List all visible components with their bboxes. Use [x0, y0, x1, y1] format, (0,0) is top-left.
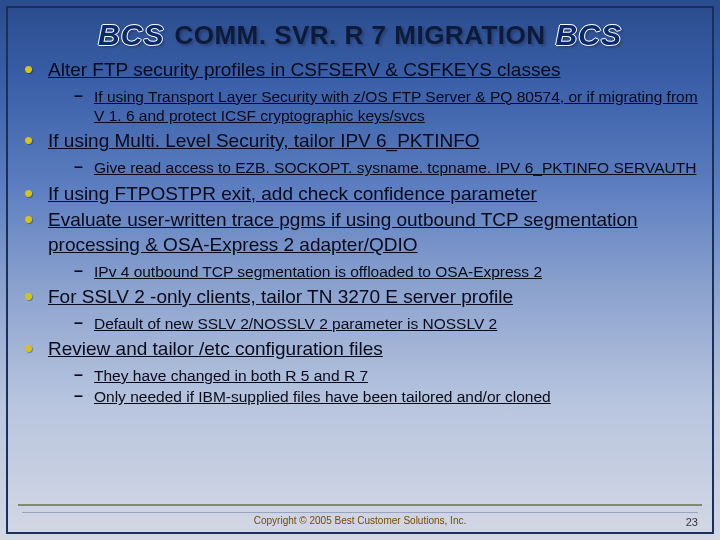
divider — [18, 504, 702, 506]
bullet-text: Evaluate user-written trace pgms if usin… — [48, 209, 638, 255]
sub-bullet-text: If using Transport Layer Security with z… — [94, 88, 698, 124]
list-item: Evaluate user-written trace pgms if usin… — [22, 208, 698, 281]
slide-content: Alter FTP security profiles in CSFSERV &… — [22, 58, 698, 512]
list-item: Give read access to EZB. SOCKOPT. sysnam… — [74, 158, 698, 177]
bullet-text: Alter FTP security profiles in CSFSERV &… — [48, 59, 560, 80]
bullet-text: For SSLV 2 -only clients, tailor TN 3270… — [48, 286, 513, 307]
list-item: Only needed if IBM-supplied files have b… — [74, 387, 698, 406]
sub-bullet-text: Give read access to EZB. SOCKOPT. sysnam… — [94, 159, 696, 176]
copyright-footer: Copyright © 2005 Best Customer Solutions… — [22, 512, 698, 528]
logo-left: BCS — [98, 18, 164, 52]
bullet-text: If using FTPOSTPR exit, add check confid… — [48, 183, 537, 204]
list-item: If using Multi. Level Security, tailor I… — [22, 129, 698, 177]
list-item: IPv 4 outbound TCP segmentation is offlo… — [74, 262, 698, 281]
page-number: 23 — [686, 516, 698, 528]
list-item: Review and tailor /etc configuration fil… — [22, 337, 698, 406]
sub-bullet-text: Default of new SSLV 2/NOSSLV 2 parameter… — [94, 315, 497, 332]
logo-right: BCS — [556, 18, 622, 52]
bullet-list: Alter FTP security profiles in CSFSERV &… — [22, 58, 698, 406]
bullet-text: Review and tailor /etc configuration fil… — [48, 338, 383, 359]
list-item: For SSLV 2 -only clients, tailor TN 3270… — [22, 285, 698, 333]
slide-header: BCS COMM. SVR. R 7 MIGRATION BCS — [22, 18, 698, 52]
list-item: If using FTPOSTPR exit, add check confid… — [22, 182, 698, 207]
sub-bullet-text: IPv 4 outbound TCP segmentation is offlo… — [94, 263, 542, 280]
list-item: They have changed in both R 5 and R 7 — [74, 366, 698, 385]
sub-bullet-text: Only needed if IBM-supplied files have b… — [94, 388, 551, 405]
list-item: Alter FTP security profiles in CSFSERV &… — [22, 58, 698, 125]
slide-title: COMM. SVR. R 7 MIGRATION — [174, 20, 545, 51]
sub-bullet-text: They have changed in both R 5 and R 7 — [94, 367, 368, 384]
slide-frame: BCS COMM. SVR. R 7 MIGRATION BCS Alter F… — [6, 6, 714, 534]
list-item: If using Transport Layer Security with z… — [74, 87, 698, 126]
bullet-text: If using Multi. Level Security, tailor I… — [48, 130, 480, 151]
list-item: Default of new SSLV 2/NOSSLV 2 parameter… — [74, 314, 698, 333]
